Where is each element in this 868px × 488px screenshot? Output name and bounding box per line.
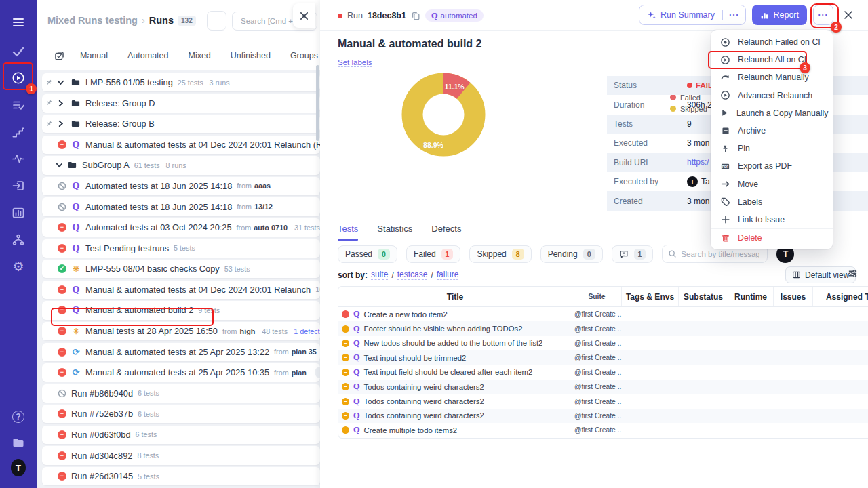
filter-button[interactable] (207, 11, 226, 30)
run-list-item[interactable]: ✓✳LMP-555 08/04 basic checks Copy53 test… (42, 260, 320, 278)
tab-statistics[interactable]: Statistics (377, 224, 412, 241)
run-list-item[interactable]: QAutomated tests at 18 Jun 2025 14:18fro… (42, 197, 320, 216)
column-header[interactable]: Issues (774, 287, 813, 306)
run-list-item[interactable]: −QManual & automated build 29 tests (42, 301, 320, 319)
run-list-item[interactable]: −Run #752eb37b6 tests (42, 405, 320, 423)
column-header[interactable]: Suite (572, 287, 622, 306)
menu-item-archive[interactable]: Archive (711, 122, 833, 140)
run-list-item[interactable]: −QTest Pending testruns5 tests (42, 239, 320, 258)
test-row[interactable]: −QText input field should be cleared aft… (338, 365, 868, 380)
detail-close-button[interactable] (844, 10, 853, 20)
menu-item-export-as-pdf[interactable]: PDFExport as PDF (711, 157, 833, 175)
run-list-item[interactable]: Run #b86b940d6 tests (42, 384, 320, 403)
column-header[interactable]: Title (338, 287, 572, 306)
run-list-item[interactable]: −Run #0d63f0bd6 tests (42, 426, 320, 444)
run-list-item[interactable]: −✳Manual tests at 28 Apr 2025 16:50fromh… (42, 322, 320, 340)
menu-item-delete[interactable]: Delete (711, 228, 833, 246)
run-list-item[interactable]: −Run #26d301455 tests (42, 467, 320, 485)
panel-close-button[interactable] (293, 3, 315, 28)
defects-link[interactable]: 1 defects (294, 327, 320, 336)
test-row[interactable]: −QCreate a new todo item2 @first Create … (338, 307, 868, 321)
run-list-item[interactable]: −⟳Manual & automated tests at 25 Apr 202… (42, 343, 320, 361)
runs-tab-unfinished[interactable]: Unfinished (231, 51, 271, 60)
chevron-down-icon[interactable] (56, 78, 65, 87)
build-url-link[interactable]: https:/ (687, 157, 709, 167)
chevron-right-icon[interactable] (56, 119, 65, 128)
menu-item-move[interactable]: Move (711, 176, 833, 193)
filter-pill-passed[interactable]: Passed0 (338, 245, 397, 263)
runs-search-input[interactable] (241, 17, 300, 25)
report-button[interactable]: Report (752, 5, 807, 25)
column-header[interactable]: Runtime (728, 287, 774, 306)
select-runs-icon[interactable] (54, 51, 64, 61)
run-list-item[interactable]: −QManual & automated tests at 04 Dec 202… (42, 281, 320, 299)
run-list-item[interactable]: −⟳Manual & automated tests at 25 Apr 202… (42, 363, 320, 382)
table-settings-icon[interactable] (848, 268, 858, 281)
copy-icon[interactable] (411, 11, 420, 20)
test-row[interactable]: −QTodos containing weird characters2 @fi… (338, 409, 868, 423)
runs-tab-automated[interactable]: Automated (127, 51, 168, 60)
breadcrumb-section[interactable]: Runs (149, 15, 174, 26)
menu-item-link-to-issue[interactable]: Link to Issue (711, 211, 833, 228)
sidebar-bar-chart-icon[interactable] (11, 205, 26, 220)
sidebar-help-icon[interactable]: ? (11, 409, 26, 424)
run-summary-button[interactable]: Run Summary ··· (639, 5, 746, 25)
sidebar-login-icon[interactable] (11, 178, 26, 193)
menu-item-launch-a-copy-manually[interactable]: Launch a Copy Manually (711, 104, 833, 122)
sidebar-folder-icon[interactable] (11, 435, 26, 450)
menu-item-relaunch-all-on-ci[interactable]: Relaunch All on CI (711, 51, 833, 68)
breadcrumb-project[interactable]: Mixed Runs testing (47, 15, 138, 26)
column-header[interactable]: Tags & Envs (622, 287, 679, 306)
tab-defects[interactable]: Defects (431, 224, 461, 241)
sidebar-branch-icon[interactable] (11, 232, 26, 247)
test-row[interactable]: −QCreate multiple todo items2 @first Cre… (338, 423, 868, 437)
run-group-item[interactable]: Release: Group D (42, 94, 320, 113)
run-list-item[interactable]: QAutomated tests at 18 Jun 2025 14:18fro… (42, 177, 320, 195)
test-row[interactable]: −QTodos containing weird characters2 @fi… (338, 380, 868, 394)
tests-search-input[interactable] (681, 250, 760, 258)
automated-tag[interactable]: Q automated (425, 9, 484, 22)
sort-link-testcase[interactable]: testcase (397, 270, 428, 280)
runs-tab-mixed[interactable]: Mixed (188, 51, 210, 60)
sidebar-menu-icon[interactable] (11, 15, 26, 30)
sidebar-play-circle-icon[interactable] (11, 70, 26, 85)
filter-pill-skipped[interactable]: Skipped8 (469, 245, 531, 263)
sidebar-gear-icon[interactable]: ⚙ (11, 259, 26, 274)
test-row[interactable]: −QFooter should be visible when adding T… (338, 321, 868, 336)
sidebar-steps-icon[interactable] (11, 125, 26, 140)
chevron-down-icon[interactable] (55, 161, 64, 169)
chevron-right-icon[interactable] (56, 99, 65, 108)
run-group-item[interactable]: LMP-556 01/05 testing25 tests3 runs (42, 73, 320, 92)
tab-tests[interactable]: Tests (338, 224, 358, 241)
menu-item-relaunch-manually[interactable]: Relaunch Manually (711, 68, 833, 86)
filter-pill-pending[interactable]: Pending0 (540, 245, 603, 263)
filter-pill-failed[interactable]: Failed1 (406, 245, 461, 263)
run-summary-more-button[interactable]: ··· (722, 10, 746, 20)
run-list-item[interactable]: −QAutomated tests at 03 Oct 2024 20:25fr… (42, 218, 320, 237)
sidebar-avatar[interactable]: T (11, 460, 26, 475)
menu-item-advanced-relaunch[interactable]: Advanced Relaunch (711, 87, 833, 104)
sort-link-suite[interactable]: suite (371, 270, 388, 280)
sort-link-failure[interactable]: failure (437, 270, 459, 280)
run-group-item[interactable]: SubGroup A61 tests8 runs (42, 156, 320, 174)
runs-tab-manual[interactable]: Manual (80, 51, 108, 60)
set-labels-link[interactable]: Set labels (338, 58, 372, 67)
runs-tab-groups[interactable]: Groups (290, 51, 318, 60)
run-group-item[interactable]: Release: Group B (42, 115, 320, 133)
sidebar-activity-icon[interactable] (11, 151, 26, 166)
menu-item-labels[interactable]: Labels (711, 193, 833, 211)
menu-item-relaunch-failed-on-ci[interactable]: Relaunch Failed on CI (711, 33, 833, 51)
sidebar-check-icon[interactable] (11, 44, 26, 59)
test-row[interactable]: −QTodos containing weird characters2 @fi… (338, 394, 868, 408)
column-header[interactable]: Assigned To (813, 287, 868, 306)
run-list-item[interactable]: −Run #d304c8928 tests (42, 446, 320, 464)
column-header[interactable]: Substatus (679, 287, 728, 306)
sidebar-list-check-icon[interactable] (11, 98, 26, 113)
menu-item-pin[interactable]: Pin (711, 140, 833, 157)
default-view-button[interactable]: Default view (785, 266, 856, 283)
test-row[interactable]: −QText input should be trimmed2 @first C… (338, 350, 868, 365)
more-actions-button[interactable]: ··· (813, 5, 833, 25)
run-list-item[interactable]: −QManual & automated tests at 04 Dec 202… (42, 136, 320, 154)
test-row[interactable]: −QNew todos should be added to the botto… (338, 336, 868, 350)
runs-scrollbar[interactable] (316, 65, 319, 141)
